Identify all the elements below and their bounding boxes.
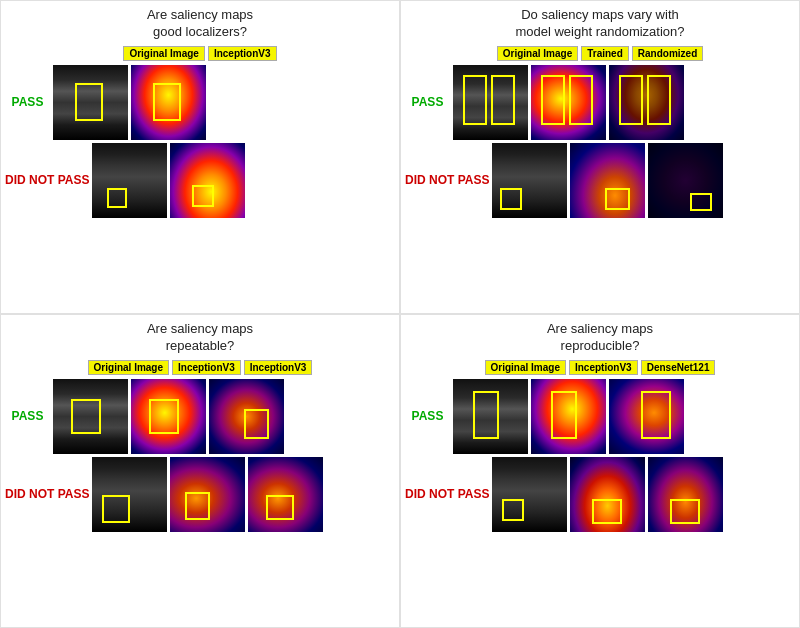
badge-trained: Trained bbox=[581, 46, 629, 61]
rect1 bbox=[463, 75, 487, 125]
badge-densenet: DenseNet121 bbox=[641, 360, 716, 375]
image-section-localizers: PASS DID NOT PASS bbox=[5, 65, 395, 218]
saliency-fail-localizers bbox=[170, 143, 245, 218]
rect-r1 bbox=[619, 75, 643, 125]
image-section-repeatable: PASS DID NOT PASS bbox=[5, 379, 395, 532]
rect-rff bbox=[102, 495, 130, 523]
quadrant-randomization: Do saliency maps vary withmodel weight r… bbox=[400, 0, 800, 314]
pass-row-randomization: PASS bbox=[405, 65, 795, 140]
rect-rpf1 bbox=[592, 499, 622, 524]
xray-bg bbox=[92, 143, 167, 218]
pass-label-repro: PASS bbox=[405, 409, 450, 423]
yellow-rect-sal-pass bbox=[153, 83, 181, 121]
saliency-pass-localizers bbox=[131, 65, 206, 140]
fail-label-rand: DID NOT PASS bbox=[405, 173, 489, 187]
yellow-rect-fail bbox=[107, 188, 127, 208]
xray-pass-repro bbox=[453, 379, 528, 454]
saliency-repro2-pass bbox=[609, 379, 684, 454]
saliency-rep2-fail bbox=[248, 457, 323, 532]
rect-t2 bbox=[569, 75, 593, 125]
fail-label-localizers: DID NOT PASS bbox=[5, 173, 89, 187]
saliency-trained-pass bbox=[531, 65, 606, 140]
rect-r2 bbox=[647, 75, 671, 125]
label-row-reproducible: Original Image InceptionV3 DenseNet121 bbox=[485, 360, 716, 375]
rect-f1 bbox=[500, 188, 522, 210]
title-randomization: Do saliency maps vary withmodel weight r… bbox=[515, 7, 684, 41]
badge-inc-repro: InceptionV3 bbox=[569, 360, 638, 375]
title-localizers: Are saliency mapsgood localizers? bbox=[147, 7, 253, 41]
label-row-randomization: Original Image Trained Randomized bbox=[497, 46, 704, 61]
badge-orig-rep: Original Image bbox=[88, 360, 169, 375]
badge-orig-repro: Original Image bbox=[485, 360, 566, 375]
saliency-repro1-fail bbox=[570, 457, 645, 532]
saliency-rand-fail bbox=[648, 143, 723, 218]
rect-tf bbox=[605, 188, 630, 210]
rect-rp bbox=[71, 399, 101, 434]
rect-fpx bbox=[502, 499, 524, 521]
rect-pp bbox=[473, 391, 499, 439]
label-row-repeatable: Original Image InceptionV3 InceptionV3 bbox=[88, 360, 313, 375]
rect-rf1 bbox=[185, 492, 210, 520]
title-reproducible: Are saliency mapsreproducible? bbox=[547, 321, 653, 355]
rect-t1 bbox=[541, 75, 565, 125]
saliency-trained-fail bbox=[570, 143, 645, 218]
fail-row-randomization: DID NOT PASS bbox=[405, 143, 795, 218]
image-section-randomization: PASS DID NOT PASS bbox=[405, 65, 795, 218]
rect-rf bbox=[690, 193, 712, 211]
pass-label-rep: PASS bbox=[5, 409, 50, 423]
fail-row-repeatable: DID NOT PASS bbox=[5, 457, 395, 532]
pass-row-repeatable: PASS bbox=[5, 379, 395, 454]
main-grid: Are saliency mapsgood localizers? Origin… bbox=[0, 0, 800, 628]
badge-inc-rep2: InceptionV3 bbox=[244, 360, 313, 375]
rect-rp2 bbox=[641, 391, 671, 439]
xray-fail-rand bbox=[492, 143, 567, 218]
saliency-rand-pass bbox=[609, 65, 684, 140]
xray-pass-rand bbox=[453, 65, 528, 140]
xray-fail-localizers bbox=[92, 143, 167, 218]
xray-pass-rep bbox=[53, 379, 128, 454]
badge-original-image: Original Image bbox=[123, 46, 204, 61]
badge-randomized: Randomized bbox=[632, 46, 703, 61]
title-repeatable: Are saliency mapsrepeatable? bbox=[147, 321, 253, 355]
saliency-rep1-fail bbox=[170, 457, 245, 532]
rect-rp1 bbox=[551, 391, 577, 439]
yellow-rect-sal-fail bbox=[192, 185, 214, 207]
fail-row-reproducible: DID NOT PASS bbox=[405, 457, 795, 532]
image-section-reproducible: PASS DID NOT PASS bbox=[405, 379, 795, 532]
xray-pass-localizers bbox=[53, 65, 128, 140]
quadrant-repeatable: Are saliency mapsrepeatable? Original Im… bbox=[0, 314, 400, 628]
label-row-localizers: Original Image InceptionV3 bbox=[123, 46, 276, 61]
rect-rs1 bbox=[149, 399, 179, 434]
xray-fail-rep bbox=[92, 457, 167, 532]
badge-inceptionv3: InceptionV3 bbox=[208, 46, 277, 61]
pass-label-rand: PASS bbox=[405, 95, 450, 109]
saliency-repro1-pass bbox=[531, 379, 606, 454]
rect2 bbox=[491, 75, 515, 125]
saliency-repro2-fail bbox=[648, 457, 723, 532]
pass-row-localizers: PASS bbox=[5, 65, 395, 140]
quadrant-reproducible: Are saliency mapsreproducible? Original … bbox=[400, 314, 800, 628]
yellow-rect-pass bbox=[75, 83, 103, 121]
saliency-rep1-pass bbox=[131, 379, 206, 454]
badge-original-rand: Original Image bbox=[497, 46, 578, 61]
rect-rpf2 bbox=[670, 499, 700, 524]
pass-label-localizers: PASS bbox=[5, 95, 50, 109]
fail-label-repro: DID NOT PASS bbox=[405, 487, 489, 501]
fail-row-localizers: DID NOT PASS bbox=[5, 143, 395, 218]
rect-rs2 bbox=[244, 409, 269, 439]
rect-rf2 bbox=[266, 495, 294, 520]
quadrant-localizers: Are saliency mapsgood localizers? Origin… bbox=[0, 0, 400, 314]
pass-row-reproducible: PASS bbox=[405, 379, 795, 454]
fail-label-rep: DID NOT PASS bbox=[5, 487, 89, 501]
saliency-rep2-pass bbox=[209, 379, 284, 454]
badge-inc-rep1: InceptionV3 bbox=[172, 360, 241, 375]
xray-fail-repro bbox=[492, 457, 567, 532]
